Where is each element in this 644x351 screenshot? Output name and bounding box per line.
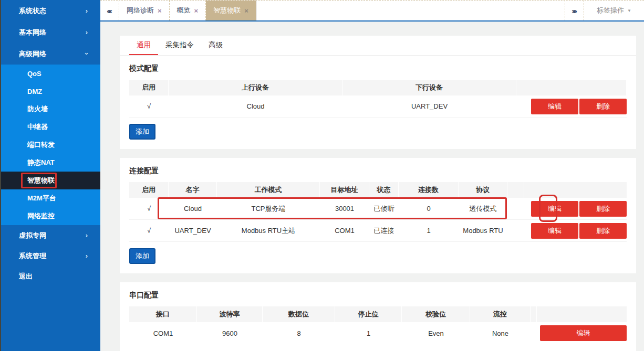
main-content: 通用 采集指令 高级 模式配置 启用 上行设备 下行设备 √ Cloud UAR… [100,23,644,351]
edit-button[interactable]: 编辑 [531,99,578,114]
col-header-enable: 启用 [129,182,169,198]
close-icon[interactable]: × [244,7,248,15]
sidebar-item-label: 退出 [19,272,33,281]
panel-connection: 连接配置 启用 名字 工作模式 目标地址 状态 连接数 协议 √ Cloud T… [120,158,636,273]
sidebar-item-repeater[interactable]: 中继器 [0,118,100,136]
edit-button[interactable]: 编辑 [531,223,578,239]
double-chevron-right-icon: » [573,6,577,15]
cell-connection-count: 0 [399,205,459,212]
sidebar-item-m2m-platform[interactable]: M2M平台 [0,189,100,207]
scroll-tabs-right-icon[interactable]: »» [565,1,584,20]
connection-config-table: 启用 名字 工作模式 目标地址 状态 连接数 协议 √ Cloud TCP服务端… [129,182,627,242]
table-row-com1: COM1 9600 8 1 Even None 编辑 [129,322,627,344]
chevron-right-icon: › [86,7,88,15]
sidebar-item-smart-iot[interactable]: 智慧物联 [0,172,100,189]
section-title: 连接配置 [129,166,627,176]
cell-status: 已连接 [369,226,399,236]
delete-button[interactable]: 删除 [579,99,627,114]
col-header-stop-bits: 停止位 [335,306,402,322]
sidebar-item-port-forwarding[interactable]: 端口转发 [0,136,100,154]
tab-network-diagnosis[interactable]: 网络诊断 × [119,1,170,20]
col-header-actions [524,182,627,198]
tab-collection-commands[interactable]: 采集指令 [158,36,201,55]
col-header-connection-count: 连接数 [399,182,459,198]
section-gap [120,149,636,158]
close-icon[interactable]: × [158,7,162,15]
serial-config-table: 接口 波特率 数据位 停止位 校验位 流控 COM1 9600 8 1 Even… [129,306,627,344]
tab-label: 智慧物联 [213,6,241,15]
table-header-row: 启用 上行设备 下行设备 [129,80,627,95]
cell-name: UART_DEV [169,227,217,235]
edit-button[interactable]: 编辑 [531,201,578,217]
table-row: √ Cloud UART_DEV 编辑 删除 [129,95,627,118]
chevron-right-icon: › [86,28,88,36]
close-icon[interactable]: × [194,7,199,15]
cell-interface: COM1 [129,329,197,337]
sidebar: 系统状态 › 基本网络 › 高级网络 › QoS DMZ 防火墙 中继器 端口转… [0,0,100,351]
sidebar-item-basic-network[interactable]: 基本网络 › [0,22,100,43]
tab-label: 网络诊断 [127,6,154,15]
tab-overview[interactable]: 概览 × [170,1,206,20]
col-header-status: 状态 [369,182,399,198]
sidebar-bottom: 虚拟专网 › 系统管理 › 退出 [0,225,100,286]
scroll-tabs-left-icon[interactable]: «« [100,1,119,20]
tab-operations-menu[interactable]: 标签操作 ▼ [584,1,644,20]
cell-target-address: COM1 [320,227,369,235]
check-mark: √ [129,102,169,110]
col-header-protocol: 协议 [459,182,507,198]
col-header-spacer [507,182,524,198]
sidebar-item-firewall[interactable]: 防火墙 [0,100,100,118]
tab-label: 概览 [177,6,191,15]
col-header-actions [516,80,627,95]
col-header-spacer [531,306,537,322]
sidebar-item-network-monitor[interactable]: 网络监控 [0,207,100,225]
chevron-right-icon: › [86,231,88,239]
sidebar-item-qos[interactable]: QoS [0,65,100,82]
cell-upstream: Cloud [169,102,342,110]
panel-general: 通用 采集指令 高级 模式配置 启用 上行设备 下行设备 √ Cloud UAR… [120,36,636,149]
sidebar-item-system-status[interactable]: 系统状态 › [0,0,100,22]
cell-status: 已侦听 [369,204,399,214]
tab-general[interactable]: 通用 [129,36,158,55]
cell-parity: Even [402,329,470,337]
col-header-actions [537,306,627,322]
add-button[interactable]: 添加 [129,124,155,140]
table-row-uart: √ UART_DEV Modbus RTU主站 COM1 已连接 1 Modbu… [129,220,627,242]
col-header-baud-rate: 波特率 [197,306,263,322]
sidebar-item-logout[interactable]: 退出 [0,266,100,286]
sidebar-item-system-management[interactable]: 系统管理 › [0,246,100,266]
cell-flow-control: None [470,329,531,337]
section-gap [120,273,636,282]
sub-item-label: DMZ [27,88,42,95]
check-mark: √ [129,227,169,235]
col-header-downstream: 下行设备 [342,80,516,95]
chevron-right-icon: › [86,252,88,260]
col-header-target-address: 目标地址 [320,182,369,198]
cell-work-mode: TCP服务端 [217,204,320,214]
tab-bar: «« 网络诊断 × 概览 × 智慧物联 × »» 标签操作 ▼ [100,0,644,22]
tab-advanced[interactable]: 高级 [201,36,230,55]
sidebar-submenu: QoS DMZ 防火墙 中继器 端口转发 静态NAT 智慧物联 M2M平台 网络… [0,65,100,225]
delete-button[interactable]: 删除 [579,201,627,217]
col-header-parity: 校验位 [402,306,470,322]
caret-down-icon: ▼ [627,8,631,13]
cell-stop-bits: 1 [335,329,402,337]
sidebar-item-label: 虚拟专网 [19,231,46,240]
add-button[interactable]: 添加 [129,248,155,264]
col-header-data-bits: 数据位 [263,306,335,322]
sidebar-item-dmz[interactable]: DMZ [0,82,100,100]
tab-smart-iot[interactable]: 智慧物联 × [206,1,256,20]
edit-button[interactable]: 编辑 [540,325,627,341]
sidebar-item-vpn[interactable]: 虚拟专网 › [0,225,100,246]
ctab-label: 通用 [137,40,151,50]
cell-target-address: 30001 [320,205,369,212]
sub-item-label: 防火墙 [27,104,48,114]
cell-data-bits: 8 [263,329,335,337]
sub-item-label: 智慧物联 [27,176,55,185]
cell-downstream: UART_DEV [342,102,516,110]
delete-button[interactable]: 删除 [579,223,627,239]
ctab-label: 采集指令 [165,40,194,50]
tabbar-spacer [256,1,565,20]
sidebar-item-static-nat[interactable]: 静态NAT [0,154,100,172]
sidebar-item-advanced-network[interactable]: 高级网络 › [0,43,100,65]
